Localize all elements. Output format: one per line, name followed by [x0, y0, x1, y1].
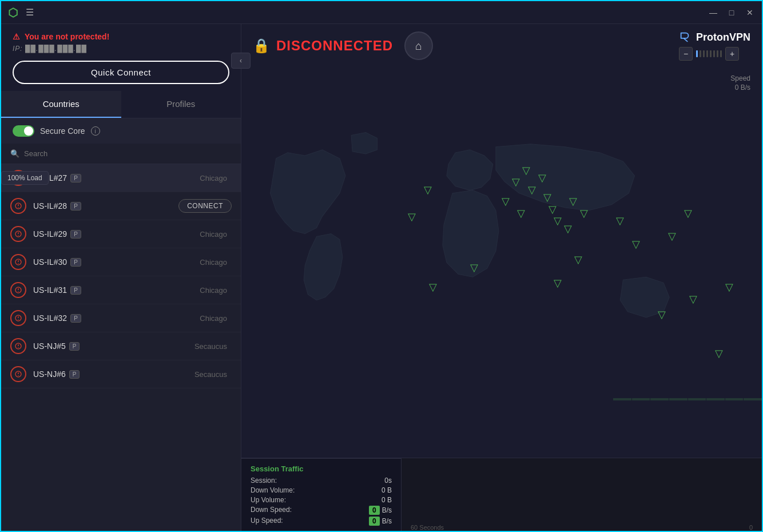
time-axis: 60 Seconds 0 [402, 458, 762, 532]
vpn-marker [715, 348, 723, 359]
vpn-marker [522, 165, 530, 176]
home-button[interactable]: ⌂ [404, 31, 433, 60]
vpn-marker [408, 212, 416, 223]
vpn-marker [429, 282, 437, 293]
world-map-area: Speed 0 B/s [241, 68, 762, 458]
secure-core-toggle[interactable] [13, 125, 34, 137]
server-item-us-il-30[interactable]: US-IL#30 P Chicago [1, 248, 241, 276]
session-label: Session: [251, 477, 277, 485]
vpn-marker [528, 185, 536, 196]
connect-button[interactable]: CONNECT [178, 199, 232, 213]
plus-badge: P [70, 314, 81, 323]
zoom-plus-button[interactable]: + [725, 47, 739, 61]
search-input[interactable] [24, 149, 232, 158]
speed-bar [688, 398, 706, 400]
zoom-bar [696, 50, 722, 57]
speed-bar [650, 398, 669, 400]
vpn-marker [684, 208, 692, 219]
collapse-sidebar-button[interactable]: ‹ [231, 53, 251, 69]
server-status-icon [10, 366, 26, 382]
vpn-marker [543, 192, 551, 203]
server-name-label: US-IL#32 P [33, 313, 200, 323]
server-location-label: Chicago [200, 174, 227, 182]
vpn-marker [580, 208, 588, 219]
vpn-marker [668, 231, 676, 242]
up-vol-label: Up Volume: [251, 496, 286, 504]
quick-connect-button[interactable]: Quick Connect [13, 61, 229, 84]
connection-status: 🔒 DISCONNECTED [253, 38, 393, 54]
down-vol-value: 0 B [382, 486, 392, 494]
main-layout: ⚠ You are not protected! IP: ██.███.███.… [1, 24, 762, 532]
zoom-tick-6 [713, 50, 715, 57]
titlebar-right: — □ ✕ [708, 7, 755, 18]
vpn-marker [470, 263, 478, 273]
up-vol-row: Up Volume: 0 B [251, 496, 392, 504]
plus-badge: P [70, 202, 81, 211]
plus-badge: P [70, 230, 81, 239]
status-section: ⚠ You are not protected! IP: ██.███.███.… [1, 24, 241, 91]
server-location-label: Secaucus [194, 370, 227, 379]
tab-countries[interactable]: Countries [1, 91, 121, 118]
server-item-us-nj-5[interactable]: US-NJ#5 P Secaucus [1, 332, 241, 360]
server-item-us-il-32[interactable]: US-IL#32 P Chicago [1, 304, 241, 332]
plus-badge: P [70, 258, 81, 267]
warning-icon: ⚠ [13, 32, 20, 41]
titlebar: ⬡ ☰ — □ ✕ [1, 1, 762, 24]
bottom-section: Session Traffic Session: 0s Down Volume:… [241, 458, 762, 532]
down-speed-row: Down Speed: 0 B/s [251, 506, 392, 515]
plus-badge: P [70, 286, 81, 295]
protection-warning: ⚠ You are not protected! [13, 32, 229, 41]
vpn-marker [517, 208, 525, 219]
speed-bar [744, 398, 762, 400]
server-status-icon [10, 254, 26, 270]
tab-bar: Countries Profiles [1, 91, 241, 118]
proton-logo: ProtonVPN [679, 31, 750, 43]
down-vol-label: Down Volume: [251, 486, 295, 494]
session-traffic-panel: Session Traffic Session: 0s Down Volume:… [241, 458, 402, 532]
server-item-us-nj-6[interactable]: US-NJ#6 P Secaucus [1, 360, 241, 388]
server-item-us-il-28[interactable]: US-IL#28 P CONNECT [1, 192, 241, 220]
load-tooltip: 100% Load [1, 171, 49, 185]
speed-label: Speed [730, 74, 750, 82]
server-status-icon [10, 338, 26, 354]
menu-icon[interactable]: ☰ [26, 7, 34, 18]
server-name-label: US-IL#27 P [33, 173, 200, 182]
proton-icon [679, 31, 692, 43]
speed-chart [613, 360, 762, 400]
close-button[interactable]: ✕ [745, 7, 755, 18]
maximize-button[interactable]: □ [726, 7, 737, 18]
warning-text: You are not protected! [25, 32, 109, 41]
server-location-label: Chicago [200, 230, 227, 239]
tab-profiles[interactable]: Profiles [121, 91, 241, 118]
vpn-marker [569, 196, 577, 207]
zoom-minus-button[interactable]: − [679, 47, 693, 61]
vpn-marker [554, 278, 562, 289]
down-vol-row: Down Volume: 0 B [251, 486, 392, 494]
vpn-marker [616, 216, 624, 227]
time-value: 0 [749, 524, 753, 531]
server-item-us-il-31[interactable]: US-IL#31 P Chicago [1, 276, 241, 304]
vpn-marker [632, 239, 640, 250]
speed-bar [669, 398, 688, 400]
zoom-tick-8 [720, 50, 722, 57]
secure-core-info-icon[interactable]: i [91, 126, 100, 136]
up-speed-row: Up Speed: 0 B/s [251, 517, 392, 526]
session-row: Session: 0s [251, 477, 392, 485]
server-name-label: US-NJ#6 P [33, 370, 194, 379]
vpn-marker [549, 204, 557, 215]
server-location-label: Secaucus [194, 342, 227, 351]
sidebar: ⚠ You are not protected! IP: ██.███.███.… [1, 24, 241, 532]
up-speed-label: Up Speed: [251, 517, 283, 526]
home-icon: ⌂ [415, 39, 422, 53]
vpn-marker [725, 282, 733, 293]
server-name-label: US-IL#28 P [33, 201, 178, 211]
zoom-control: − + [679, 47, 750, 61]
status-text: DISCONNECTED [276, 38, 393, 54]
vpn-marker [574, 255, 582, 265]
server-item-us-il-27[interactable]: 100% Load US-IL#27 P Chicago [1, 164, 241, 192]
server-name-label: US-IL#30 P [33, 257, 200, 267]
app-logo-icon: ⬡ [8, 6, 18, 19]
minimize-button[interactable]: — [708, 7, 718, 18]
titlebar-left: ⬡ ☰ [8, 6, 34, 19]
server-item-us-il-29[interactable]: US-IL#29 P Chicago [1, 220, 241, 248]
